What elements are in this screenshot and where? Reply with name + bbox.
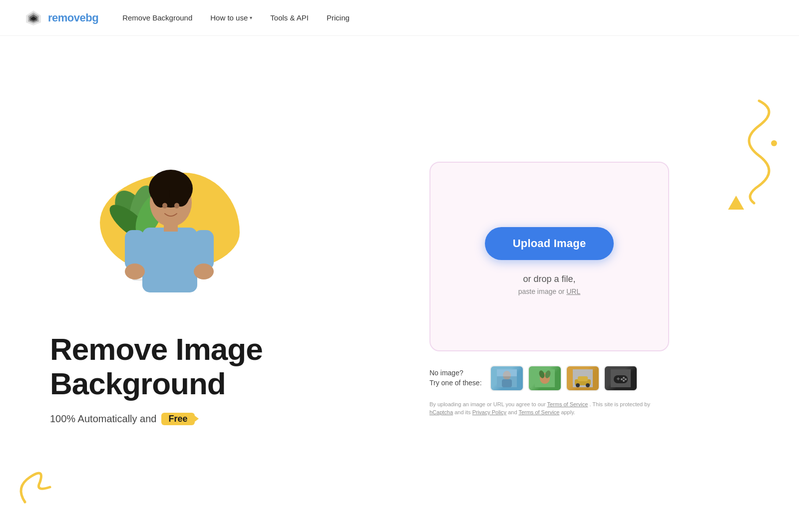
free-badge: Free bbox=[161, 413, 194, 425]
person-illustration bbox=[95, 158, 220, 312]
no-image-text: No image? Try one of these: bbox=[429, 368, 482, 388]
svg-point-14 bbox=[152, 180, 170, 208]
navbar: removebg Remove Background How to use ▾ … bbox=[0, 0, 799, 36]
privacy-policy-link[interactable]: Privacy Policy bbox=[472, 409, 506, 415]
drop-text: or drop a file, bbox=[523, 274, 575, 284]
svg-rect-26 bbox=[497, 376, 517, 387]
upload-image-button[interactable]: Upload Image bbox=[485, 227, 614, 260]
svg-point-41 bbox=[623, 380, 625, 382]
svg-point-21 bbox=[194, 264, 214, 279]
terms-of-service-link[interactable]: Terms of Service bbox=[547, 401, 588, 407]
svg-point-16 bbox=[162, 203, 167, 209]
nav-links: Remove Background How to use ▾ Tools & A… bbox=[122, 13, 350, 22]
svg-point-40 bbox=[621, 378, 623, 380]
sample-images-row: No image? Try one of these: bbox=[429, 365, 669, 391]
hero-title: Remove Image Background bbox=[50, 332, 340, 400]
right-panel: Upload Image or drop a file, paste image… bbox=[340, 152, 759, 417]
hero-image-wrapper bbox=[70, 163, 270, 312]
svg-point-34 bbox=[576, 383, 580, 387]
nav-item-tools-api[interactable]: Tools & API bbox=[270, 13, 309, 22]
svg-point-35 bbox=[586, 383, 590, 387]
svg-point-44 bbox=[771, 140, 777, 146]
url-link[interactable]: URL bbox=[566, 287, 580, 295]
terms-of-service-link2[interactable]: Terms of Service bbox=[518, 409, 559, 415]
svg-rect-25 bbox=[497, 369, 517, 376]
sample-thumb-2[interactable] bbox=[528, 365, 562, 391]
logo-text: removebg bbox=[48, 11, 98, 24]
svg-point-20 bbox=[125, 264, 145, 279]
squiggle-decoration-bottom-left bbox=[15, 462, 75, 512]
paste-text: paste image or URL bbox=[518, 287, 581, 295]
svg-point-38 bbox=[623, 377, 625, 379]
nav-item-remove-background[interactable]: Remove Background bbox=[122, 13, 192, 22]
chevron-down-icon: ▾ bbox=[250, 15, 252, 20]
svg-rect-10 bbox=[142, 228, 197, 292]
svg-marker-45 bbox=[728, 196, 744, 210]
main-content: Remove Image Background 100% Automatical… bbox=[0, 36, 799, 532]
nav-item-how-to-use[interactable]: How to use ▾ bbox=[210, 13, 252, 22]
svg-point-17 bbox=[174, 203, 179, 209]
svg-point-15 bbox=[172, 181, 190, 207]
hero-text: Remove Image Background 100% Automatical… bbox=[50, 332, 340, 425]
svg-rect-43 bbox=[618, 377, 619, 380]
sample-thumb-1[interactable] bbox=[490, 365, 524, 391]
terms-text: By uploading an image or URL you agree t… bbox=[429, 400, 669, 417]
nav-item-pricing[interactable]: Pricing bbox=[327, 13, 350, 22]
logo-icon bbox=[24, 8, 43, 27]
sample-thumb-3[interactable] bbox=[566, 365, 600, 391]
squiggle-decoration-right bbox=[729, 96, 789, 206]
sample-thumbs bbox=[490, 365, 638, 391]
upload-card: Upload Image or drop a file, paste image… bbox=[429, 162, 669, 351]
left-panel: Remove Image Background 100% Automatical… bbox=[40, 143, 340, 425]
sample-thumb-4[interactable] bbox=[604, 365, 638, 391]
triangle-decoration-right bbox=[728, 196, 744, 212]
svg-point-39 bbox=[625, 378, 627, 380]
hero-subtitle: 100% Automatically and Free bbox=[50, 413, 340, 425]
logo-link[interactable]: removebg bbox=[24, 8, 98, 27]
svg-rect-33 bbox=[578, 376, 588, 381]
hcaptcha-link[interactable]: hCaptcha bbox=[429, 409, 453, 415]
